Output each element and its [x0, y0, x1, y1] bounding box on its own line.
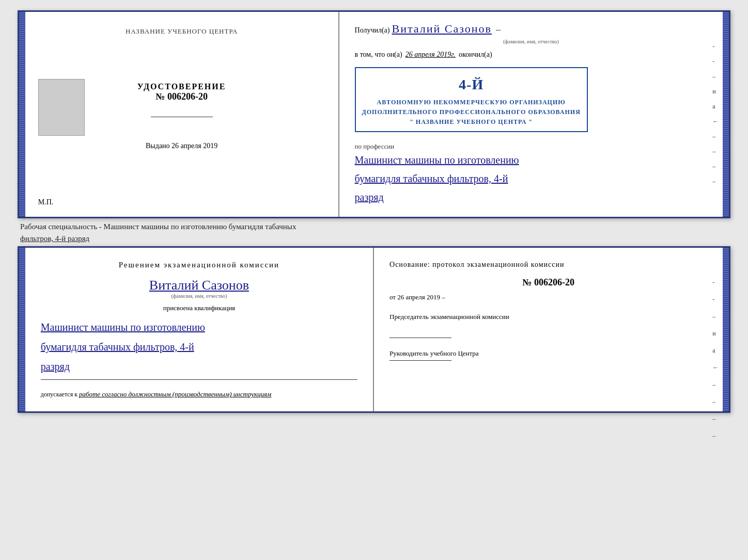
- vtom-label: в том, что он(а): [355, 51, 402, 59]
- info-text-area: Рабочая специальность - Машинист машины …: [18, 222, 730, 243]
- stamp-box: 4-й АВТОНОМНУЮ НЕКОММЕРЧЕСКУЮ ОРГАНИЗАЦИ…: [355, 67, 588, 132]
- vtom-date: 26 апреля 2019г.: [406, 51, 456, 59]
- right-side-dashes: - - – и а ← – – – –: [712, 43, 719, 185]
- finished-label: окончил(а): [459, 51, 492, 59]
- person-name-bottom: Виталий Сазонов: [41, 278, 357, 293]
- chairman-sign-line: [389, 338, 451, 338]
- allowed-line: допускается к работе согласно должностны…: [41, 390, 357, 398]
- training-center-title: НАЗВАНИЕ УЧЕБНОГО ЦЕНТРА: [126, 27, 238, 36]
- signature-line-left: [151, 117, 213, 117]
- bottom-spine-right: [723, 248, 729, 411]
- info-line1: Рабочая специальность - Машинист машины …: [18, 222, 730, 231]
- commission-title: Решением экзаменационной комиссии: [41, 261, 357, 269]
- qual-assigned: присвоена квалификация: [41, 304, 357, 312]
- protocol-number: № 006206-20: [389, 277, 707, 288]
- qual-line2: бумагидля табачных фильтров, 4-й: [41, 337, 357, 357]
- issued-date: 26 апреля 2019: [172, 142, 217, 150]
- director-sign-line: [389, 360, 451, 361]
- stamp-line2: ДОПОЛНИТЕЛЬНОГО ПРОФЕССИОНАЛЬНОГО ОБРАЗО…: [362, 108, 581, 116]
- issued-line: Выдано 26 апреля 2019: [146, 142, 217, 150]
- received-line: Получил(а) Виталий Сазонов –: [355, 22, 708, 36]
- profession-line3: разряд: [355, 188, 708, 206]
- stamp-number: 4-й: [362, 73, 581, 97]
- bottom-right-dashes: - - – и а ← – – – –: [712, 279, 719, 440]
- stamp-line1: АВТОНОМНУЮ НЕКОММЕРЧЕСКУЮ ОРГАНИЗАЦИЮ: [377, 99, 566, 106]
- allowed-prefix: допускается к: [41, 391, 77, 398]
- profession-label-top: по профессии: [355, 142, 708, 151]
- person-subtitle-bottom: (фамилия, имя, отчество): [41, 293, 357, 299]
- cert-word: УДОСТОВЕРЕНИЕ: [137, 82, 226, 91]
- from-label: от: [389, 293, 396, 301]
- certificate-booklet-bottom: Решением экзаменационной комиссии Витали…: [18, 246, 730, 413]
- chairman-label: Председатель экзаменационной комиссии: [389, 312, 707, 322]
- cert-number: № 006206-20: [155, 91, 208, 102]
- person-name-top: Виталий Сазонов: [392, 22, 492, 36]
- info-line2: фильтров, 4-й разряд: [18, 234, 730, 243]
- director-label: Руководитель учебного Центра: [389, 348, 707, 359]
- info-line2-underline: фильтров, 4-й разряд: [20, 234, 89, 243]
- certificate-booklet-top: НАЗВАНИЕ УЧЕБНОГО ЦЕНТРА УДОСТОВЕРЕНИЕ №…: [18, 10, 730, 218]
- stamp-line3: " НАЗВАНИЕ УЧЕБНОГО ЦЕНТРА ": [410, 118, 533, 125]
- issued-label: Выдано: [146, 142, 170, 150]
- mp-label: М.П.: [38, 198, 54, 206]
- from-date-line: от 26 апреля 2019 –: [389, 293, 707, 301]
- cert-right-page: Получил(а) Виталий Сазонов – (фамилия, и…: [339, 12, 723, 217]
- photo-placeholder: [38, 79, 85, 136]
- qual-line1: Машинист машины по изготовлению: [41, 317, 357, 337]
- vtom-line: в том, что он(а) 26 апреля 2019г. окончи…: [355, 51, 708, 59]
- booklet-spine-left: [19, 12, 25, 217]
- cert-left-page: НАЗВАНИЕ УЧЕБНОГО ЦЕНТРА УДОСТОВЕРЕНИЕ №…: [25, 12, 339, 217]
- basis-label: Основание: протокол экзаменационной коми…: [389, 261, 707, 269]
- qual-line3: разряд: [41, 357, 357, 376]
- received-label: Получил(а): [355, 26, 390, 35]
- bottom-right-page: Основание: протокол экзаменационной коми…: [374, 248, 723, 411]
- from-date: 26 апреля 2019: [397, 293, 440, 301]
- name-subtitle-top: (фамилия, имя, отчество): [355, 39, 708, 44]
- from-dash: –: [442, 293, 445, 301]
- booklet-spine-right: [723, 12, 729, 217]
- profession-line2: бумагидля табачных фильтров, 4-й: [355, 169, 708, 188]
- profession-line1: Машинист машины по изготовлению: [355, 151, 708, 169]
- bottom-left-page: Решением экзаменационной комиссии Витали…: [25, 248, 374, 411]
- bottom-spine-left: [19, 248, 25, 411]
- dash-symbol: –: [496, 24, 501, 35]
- allowed-text: работе согласно должностным (производств…: [79, 390, 271, 398]
- cert-label-area: УДОСТОВЕРЕНИЕ № 006206-20: [137, 82, 226, 102]
